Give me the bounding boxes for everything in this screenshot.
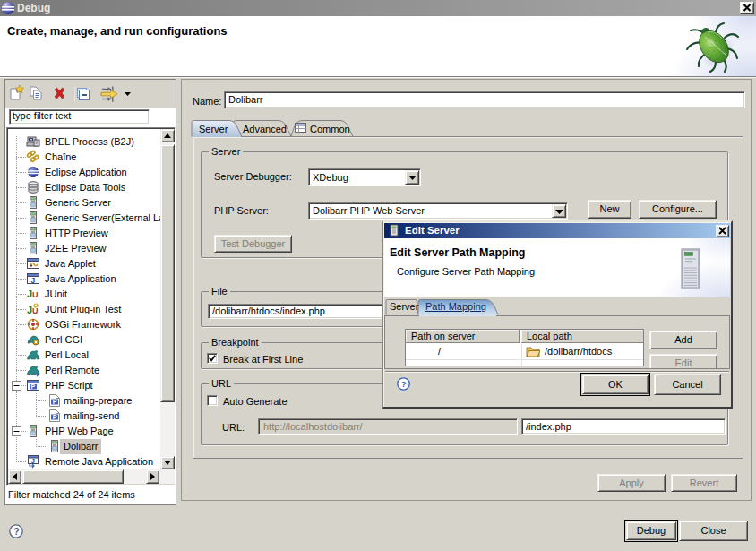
svg-text:J: J bbox=[31, 458, 35, 464]
svg-text:U: U bbox=[32, 306, 39, 315]
svg-text:P: P bbox=[31, 383, 36, 390]
svg-text:J: J bbox=[31, 276, 36, 285]
svg-text:P: P bbox=[53, 399, 57, 405]
svg-text:U: U bbox=[32, 290, 39, 299]
svg-text:P: P bbox=[53, 414, 57, 420]
svg-text:?: ? bbox=[401, 379, 407, 389]
svg-text:?: ? bbox=[13, 527, 19, 537]
